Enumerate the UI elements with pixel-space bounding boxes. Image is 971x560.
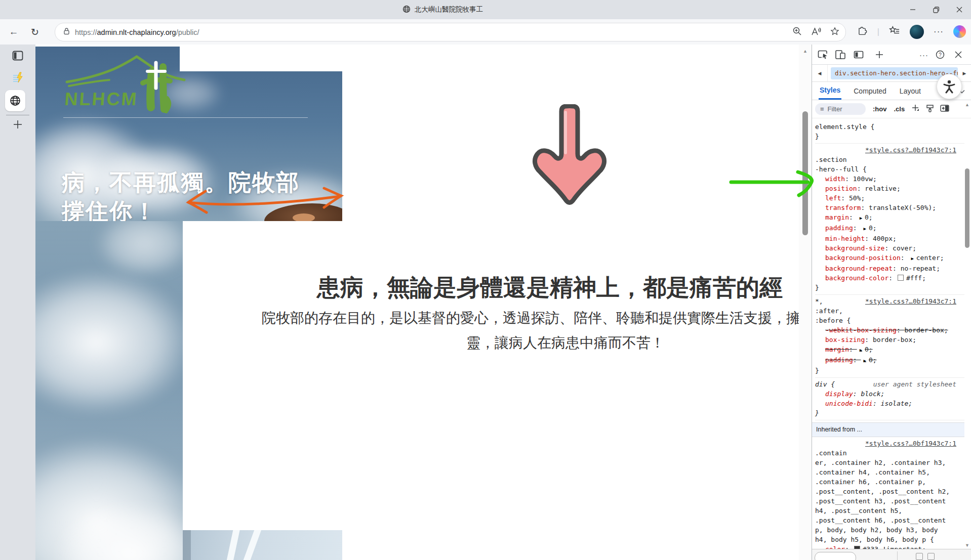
tab-activity-icon[interactable]	[0, 51, 35, 61]
devtools-scrollbar-thumb[interactable]	[965, 168, 969, 248]
device-emulation-icon[interactable]	[834, 49, 847, 61]
inspect-element-icon[interactable]	[816, 49, 829, 61]
rule-selector[interactable]: :before {	[815, 316, 964, 325]
rule-source-line: *style.css?…0bf1943c7:1	[815, 145, 964, 155]
pinned-tab-favicon[interactable]	[0, 71, 35, 83]
double-arrow-annotation	[173, 186, 355, 218]
css-declaration[interactable]: position: relative;	[815, 184, 964, 193]
back-button[interactable]: ←	[7, 25, 20, 38]
tab-computed[interactable]: Computed	[853, 83, 887, 99]
zoom-icon[interactable]	[792, 26, 802, 38]
css-declaration[interactable]: box-sizing: border-box;	[815, 335, 964, 344]
rail-divider	[6, 115, 29, 115]
color-swatch[interactable]	[898, 275, 904, 281]
accessibility-widget[interactable]	[937, 74, 962, 99]
css-declaration[interactable]: background-repeat: no-repeat;	[815, 264, 964, 273]
devtools-scroll-up-icon[interactable]: ▲	[965, 102, 969, 107]
tab-styles[interactable]: Styles	[819, 82, 841, 100]
devtools-scrollbar[interactable]: ▲ ▼	[963, 101, 971, 549]
rule-selector[interactable]: .post__content h6, .post__content	[815, 515, 964, 525]
devtools-close-icon[interactable]	[952, 49, 965, 61]
css-declaration[interactable]: unicode-bidi: isolate;	[815, 399, 964, 408]
css-declaration[interactable]: left: 50%;	[815, 193, 964, 203]
stylesheet-source-link[interactable]: *style.css?…0bf1943c7:1	[865, 296, 956, 306]
scrollbar-up-icon[interactable]: ▲	[803, 49, 807, 54]
copilot-icon[interactable]	[953, 25, 966, 38]
devtools-add-tab-icon[interactable]	[873, 49, 886, 61]
rule-selector[interactable]: er, .container h2, .container h3,	[815, 458, 964, 467]
lock-icon	[62, 27, 71, 37]
rule-selector[interactable]: -hero--full {	[815, 164, 964, 174]
devtools-scroll-down-icon[interactable]: ▼	[965, 543, 969, 548]
pseudo-state-toggle[interactable]: :hov	[873, 105, 886, 113]
devtools-more-icon[interactable]: ···	[917, 49, 930, 61]
dock-side-icon[interactable]	[852, 49, 865, 61]
new-tab-button[interactable]	[0, 119, 35, 130]
computed-sidebar-toggle-icon[interactable]	[940, 105, 949, 114]
rule-selector[interactable]: h4, body h5, body h6, body p {	[815, 535, 964, 544]
rule-selector[interactable]: *,*style.css?…0bf1943c7:1	[815, 296, 964, 306]
rule-selector[interactable]: .post__content h3, .post__content	[815, 496, 964, 506]
minimize-button[interactable]	[901, 0, 924, 19]
class-toggle[interactable]: .cls	[894, 105, 905, 113]
expand-shorthand-icon[interactable]: ▶	[861, 226, 868, 231]
css-declaration[interactable]: display: block;	[815, 389, 964, 399]
css-declaration[interactable]: transform: translateX(-50%);	[815, 203, 964, 212]
new-style-rule-icon[interactable]	[912, 104, 919, 114]
rendering-emulation-icon[interactable]	[926, 104, 934, 114]
address-bar[interactable]: https://admin.nlt-chaplaincy.org/public/	[55, 23, 846, 41]
rule-selector[interactable]: .section	[815, 155, 964, 164]
favorite-star-icon[interactable]	[830, 27, 839, 38]
css-declaration[interactable]: padding: ▶0;	[815, 355, 964, 366]
devtools-help-icon[interactable]: ?	[934, 49, 947, 61]
rule-selector[interactable]: .container h4, .container h5,	[815, 467, 964, 477]
settings-more-icon[interactable]: ···	[934, 27, 944, 37]
rule-selector[interactable]: div {user agent stylesheet	[815, 379, 964, 389]
expand-shorthand-icon[interactable]: ▶	[908, 256, 916, 261]
rule-selector[interactable]: .contain	[815, 448, 964, 458]
expand-shorthand-icon[interactable]: ▶	[861, 358, 868, 363]
expand-shorthand-icon[interactable]: ▶	[857, 216, 865, 221]
profile-avatar[interactable]	[910, 25, 924, 39]
favorites-bar-icon[interactable]	[889, 26, 900, 38]
drawer-icon[interactable]	[927, 553, 935, 560]
styles-filter-input[interactable]: ≡ Filter	[815, 103, 866, 115]
page-scrollbar[interactable]: ▲	[799, 45, 812, 560]
drawer-filter-pill[interactable]	[815, 552, 856, 560]
rule-selector[interactable]: p, body, body h2, body h3, body	[815, 525, 964, 535]
url-text[interactable]: https://admin.nlt-chaplaincy.org/public/	[75, 28, 199, 36]
css-declaration[interactable]: width: 100vw;	[815, 174, 964, 184]
css-declaration[interactable]: padding: ▶0;	[815, 223, 964, 234]
css-declaration[interactable]: background-color: #fff;	[815, 273, 964, 283]
breadcrumb-prev-icon[interactable]: ◀	[812, 65, 828, 81]
read-aloud-icon[interactable]	[811, 27, 821, 38]
styles-filter-row: ≡ Filter :hov .cls	[812, 100, 971, 118]
tab-layout[interactable]: Layout	[899, 83, 922, 99]
globe-icon	[402, 5, 411, 15]
rule-selector[interactable]: element.style {	[815, 122, 964, 132]
css-declaration[interactable]: -webkit-box-sizing: border-box;	[815, 325, 964, 335]
site-logo[interactable]: NLHCM	[65, 54, 186, 115]
restore-button[interactable]	[924, 0, 948, 19]
breadcrumb-next-icon[interactable]: ▶	[958, 71, 971, 76]
rule-selector[interactable]: .post__content, .post__content h2,	[815, 487, 964, 496]
breadcrumb-selected[interactable]: div.section-hero.section-hero--full	[831, 67, 958, 79]
stylesheet-source-link[interactable]: *style.css?…0bf1943c7:1	[865, 439, 956, 448]
expand-shorthand-icon[interactable]: ▶	[857, 348, 865, 353]
refresh-button[interactable]: ↻	[28, 25, 42, 38]
close-button[interactable]	[948, 0, 971, 19]
css-declaration[interactable]: margin: ▶0;	[815, 344, 964, 355]
drawer-icon[interactable]	[916, 553, 923, 560]
css-declaration[interactable]: background-position: ▶center;	[815, 253, 964, 264]
active-tab-globe[interactable]	[5, 90, 25, 111]
stylesheet-source-link[interactable]: *style.css?…0bf1943c7:1	[865, 145, 956, 155]
back-icon: ←	[9, 26, 19, 37]
css-declaration[interactable]: background-size: cover;	[815, 243, 964, 253]
css-declaration[interactable]: margin: ▶0;	[815, 212, 964, 223]
rule-selector[interactable]: .container h6, .container p,	[815, 477, 964, 487]
css-declaration[interactable]: color: #333 !important;	[815, 544, 964, 549]
css-declaration[interactable]: min-height: 400px;	[815, 234, 964, 243]
extensions-icon[interactable]	[857, 25, 868, 38]
rule-selector[interactable]: :after,	[815, 306, 964, 316]
rule-selector[interactable]: h4, .post__content h5,	[815, 506, 964, 515]
